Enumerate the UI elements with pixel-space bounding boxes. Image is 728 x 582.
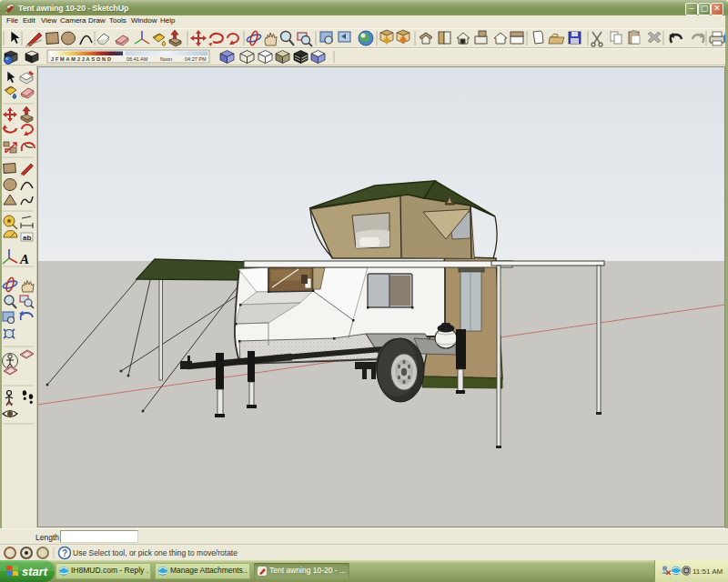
svg-text:ab: ab: [23, 234, 31, 242]
svg-text:?: ?: [62, 548, 67, 558]
svg-text:JFMAMJJASOND: JFMAMJJASOND: [51, 56, 113, 62]
svg-text:Noon: Noon: [160, 56, 172, 62]
svg-text:04:27 PM: 04:27 PM: [185, 56, 207, 62]
svg-text:06:41 AM: 06:41 AM: [126, 56, 148, 62]
svg-text:start: start: [22, 565, 48, 578]
svg-text:A: A: [19, 252, 29, 266]
